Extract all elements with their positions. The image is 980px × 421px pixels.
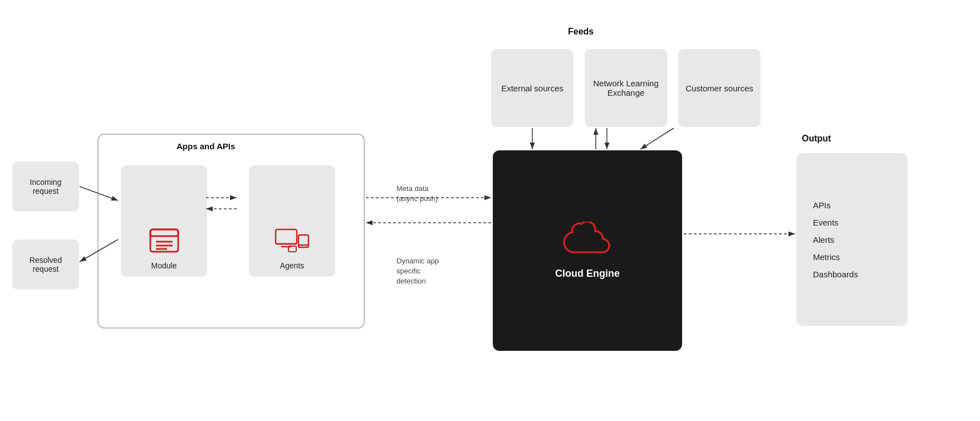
output-apis: APIs <box>813 200 831 210</box>
apps-apis-container: Apps and APIs Module <box>97 134 365 329</box>
output-metrics: Metrics <box>813 252 840 262</box>
network-learning-exchange-box: Network Learning Exchange <box>585 49 667 127</box>
output-box: APIs Events Alerts Metrics Dashboards <box>796 153 908 326</box>
svg-rect-5 <box>276 229 297 244</box>
svg-rect-1 <box>150 229 178 236</box>
output-events: Events <box>813 218 839 227</box>
cloud-engine-box: Cloud Engine <box>493 150 682 351</box>
module-icon <box>145 227 184 258</box>
feeds-label: Feeds <box>568 27 594 37</box>
external-sources-box: External sources <box>491 49 574 127</box>
svg-line-23 <box>640 128 674 149</box>
meta-data-label: Meta data(async push) <box>396 184 438 204</box>
agents-box: Agents <box>249 165 335 277</box>
output-alerts: Alerts <box>813 235 834 244</box>
output-dashboards: Dashboards <box>813 270 858 279</box>
agents-label: Agents <box>280 261 305 270</box>
resolved-request-box: Resolved request <box>12 239 79 290</box>
output-label: Output <box>802 134 831 144</box>
cloud-icon <box>560 222 615 263</box>
cloud-engine-label: Cloud Engine <box>555 268 620 280</box>
module-box: Module <box>121 165 207 277</box>
dynamic-app-label: Dynamic appspecificdetection <box>396 256 439 287</box>
agents-icon <box>273 227 312 258</box>
incoming-request-box: Incoming request <box>12 161 79 212</box>
customer-sources-box: Customer sources <box>678 49 761 127</box>
diagram-container: Feeds External sources Network Learning … <box>0 0 980 421</box>
module-label: Module <box>151 261 177 270</box>
apps-apis-label: Apps and APIs <box>177 141 235 151</box>
